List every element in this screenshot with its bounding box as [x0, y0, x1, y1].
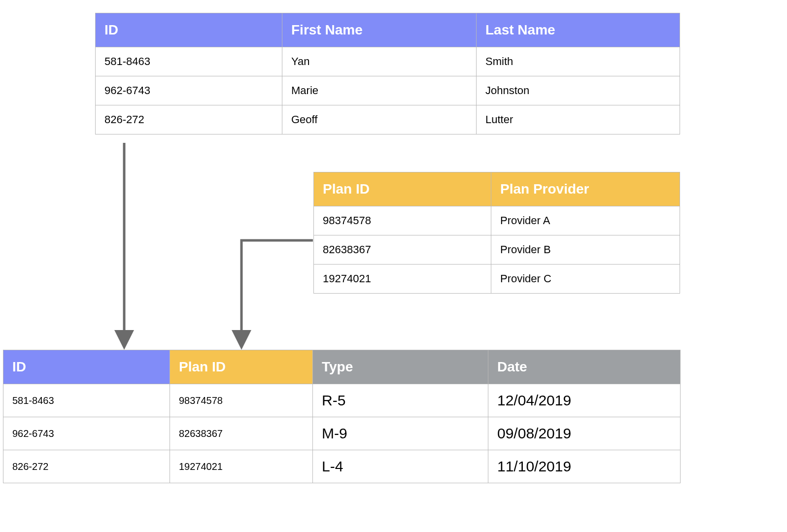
cell-type: R-5	[313, 384, 488, 417]
table-header-row: ID First Name Last Name	[96, 13, 680, 47]
col-header-id: ID	[96, 13, 282, 47]
table-header-row: ID Plan ID Type Date	[3, 350, 681, 384]
cell-plan-id: 98374578	[314, 206, 491, 235]
cell-firstname: Marie	[282, 76, 477, 105]
joined-table: ID Plan ID Type Date 581-8463 98374578 R…	[3, 350, 681, 483]
cell-id: 826-272	[96, 105, 282, 134]
cell-plan-id: 82638367	[314, 235, 491, 265]
cell-id: 962-6743	[96, 76, 282, 105]
arrow-planid-link-icon	[227, 236, 325, 350]
cell-id: 581-8463	[3, 384, 170, 417]
col-header-last-name: Last Name	[477, 13, 680, 47]
cell-provider: Provider B	[491, 235, 680, 265]
table-header-row: Plan ID Plan Provider	[314, 172, 680, 206]
cell-id: 826-272	[3, 450, 170, 483]
arrow-id-link-icon	[114, 143, 134, 350]
col-header-first-name: First Name	[282, 13, 477, 47]
cell-lastname: Lutter	[477, 105, 680, 134]
cell-provider: Provider C	[491, 265, 680, 294]
cell-plan-id: 19274021	[170, 450, 313, 483]
cell-date: 12/04/2019	[488, 384, 681, 417]
cell-date: 11/10/2019	[488, 450, 681, 483]
cell-type: L-4	[313, 450, 488, 483]
table-row: 98374578 Provider A	[314, 206, 680, 235]
cell-id: 962-6743	[3, 417, 170, 450]
cell-lastname: Smith	[477, 47, 680, 76]
table-row: 962-6743 Marie Johnston	[96, 76, 680, 105]
cell-id: 581-8463	[96, 47, 282, 76]
table-row: 826-272 19274021 L-4 11/10/2019	[3, 450, 681, 483]
cell-firstname: Yan	[282, 47, 477, 76]
cell-date: 09/08/2019	[488, 417, 681, 450]
col-header-plan-id: Plan ID	[170, 350, 313, 384]
cell-plan-id: 98374578	[170, 384, 313, 417]
table-row: 82638367 Provider B	[314, 235, 680, 265]
col-header-plan-id: Plan ID	[314, 172, 491, 206]
plans-table: Plan ID Plan Provider 98374578 Provider …	[313, 172, 680, 294]
cell-provider: Provider A	[491, 206, 680, 235]
cell-firstname: Geoff	[282, 105, 477, 134]
table-row: 19274021 Provider C	[314, 265, 680, 294]
table-row: 581-8463 98374578 R-5 12/04/2019	[3, 384, 681, 417]
diagram-canvas: ID First Name Last Name 581-8463 Yan Smi…	[0, 0, 787, 532]
cell-plan-id: 19274021	[314, 265, 491, 294]
persons-table: ID First Name Last Name 581-8463 Yan Smi…	[95, 13, 680, 134]
table-row: 962-6743 82638367 M-9 09/08/2019	[3, 417, 681, 450]
col-header-type: Type	[313, 350, 488, 384]
cell-type: M-9	[313, 417, 488, 450]
cell-lastname: Johnston	[477, 76, 680, 105]
col-header-id: ID	[3, 350, 170, 384]
table-row: 581-8463 Yan Smith	[96, 47, 680, 76]
cell-plan-id: 82638367	[170, 417, 313, 450]
table-row: 826-272 Geoff Lutter	[96, 105, 680, 134]
col-header-date: Date	[488, 350, 681, 384]
col-header-plan-provider: Plan Provider	[491, 172, 680, 206]
